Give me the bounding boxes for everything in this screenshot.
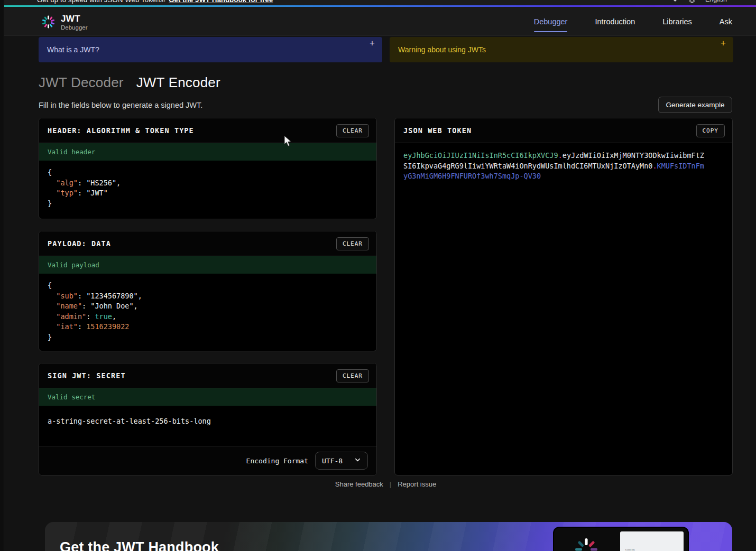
nav-item-ask[interactable]: Ask: [720, 17, 732, 26]
nav-item-introduction[interactable]: Introduction: [595, 17, 635, 26]
header-status-bar: Valid header: [39, 143, 376, 161]
handbook-title: Get the JWT Handbook: [60, 539, 219, 551]
secret-status-bar: Valid secret: [39, 388, 376, 406]
tab-jwt-encoder[interactable]: JWT Encoder: [136, 74, 220, 91]
promo-banner[interactable]: Get up to speed with JSON Web Tokens!Get…: [0, 0, 756, 5]
what-is-jwt-label: What is a JWT?: [47, 45, 99, 54]
payload-clear-button[interactable]: CLEAR: [336, 237, 369, 250]
promo-message: Get up to speed with JSON Web Tokens!: [37, 0, 165, 4]
nav-menu: Debugger Introduction Libraries Ask: [534, 7, 732, 36]
secret-card-title: SIGN JWT: SECRET: [48, 371, 126, 380]
mode-tabs: JWT Decoder JWT Encoder: [39, 74, 220, 91]
handbook-tablet-image: Contents: [554, 528, 688, 551]
accent-gradient-line: [0, 5, 756, 7]
report-issue-link[interactable]: Report issue: [398, 480, 436, 488]
nav-item-libraries[interactable]: Libraries: [662, 17, 692, 26]
payload-card-title: PAYLOAD: DATA: [48, 239, 111, 248]
language-selector[interactable]: English: [705, 0, 727, 3]
jwt-pinwheel-icon: [41, 15, 56, 31]
encoding-format-value: UTF-8: [322, 457, 343, 465]
token-card-title: JSON WEB TOKEN: [403, 126, 472, 135]
expand-plus-icon[interactable]: +: [370, 39, 375, 48]
encoded-jwt-text[interactable]: eyJhbGciOiJIUzI1NiIsInR5cCI6IkpXVCJ9.eyJ…: [395, 143, 716, 189]
theme-icon[interactable]: [671, 0, 679, 3]
top-navbar: JWT Debugger Debugger Introduction Libra…: [0, 7, 756, 36]
jwt-warning-label: Warning about using JWTs: [398, 45, 486, 54]
secret-input[interactable]: a-string-secret-at-least-256-bits-long: [39, 406, 376, 446]
handbook-banner[interactable]: Get the JWT Handbook C: [45, 522, 732, 551]
share-feedback-link[interactable]: Share feedback: [335, 480, 383, 488]
feedback-row: Share feedback | Report issue: [39, 480, 733, 488]
secret-card: SIGN JWT: SECRET CLEAR Valid secret a-st…: [39, 363, 377, 475]
handbook-page-preview: Contents: [620, 531, 684, 551]
globe-icon: [688, 0, 696, 3]
secret-clear-button[interactable]: CLEAR: [336, 369, 369, 382]
header-status-text: Valid header: [48, 148, 95, 156]
logo-subtitle: Debugger: [61, 24, 88, 31]
encoder-inputs-column: HEADER: ALGORITHM & TOKEN TYPE CLEAR Val…: [39, 118, 377, 475]
header-json-editor[interactable]: { "alg": "HS256", "typ": "JWT"}: [39, 161, 376, 219]
page-subtitle: Fill in the fields below to generate a s…: [39, 101, 202, 109]
encoding-format-select[interactable]: UTF-8: [315, 452, 368, 470]
header-card: HEADER: ALGORITHM & TOKEN TYPE CLEAR Val…: [39, 118, 377, 219]
jwt-warning-banner[interactable]: Warning about using JWTs +: [390, 37, 733, 62]
secret-status-text: Valid secret: [48, 393, 95, 401]
what-is-jwt-banner[interactable]: What is a JWT? +: [39, 37, 382, 62]
generate-example-button[interactable]: Generate example: [658, 97, 732, 113]
token-copy-button[interactable]: COPY: [696, 124, 725, 137]
handbook-contents-label: Contents: [625, 548, 635, 551]
chevron-down-icon: [354, 456, 361, 465]
jwt-debugger-page: Get up to speed with JSON Web Tokens!Get…: [0, 0, 756, 551]
nav-item-debugger[interactable]: Debugger: [534, 17, 568, 26]
expand-plus-icon[interactable]: +: [721, 39, 726, 48]
payload-card: PAYLOAD: DATA CLEAR Valid payload { "sub…: [39, 231, 377, 351]
header-clear-button[interactable]: CLEAR: [336, 124, 369, 137]
payload-json-editor[interactable]: { "sub": "1234567890", "name": "John Doe…: [39, 274, 376, 351]
promo-handbook-link[interactable]: Get the JWT Handbook for free: [169, 0, 273, 4]
promo-text: Get up to speed with JSON Web Tokens!Get…: [37, 0, 273, 4]
tab-jwt-decoder[interactable]: JWT Decoder: [39, 74, 124, 91]
jwt-logo[interactable]: JWT Debugger: [41, 14, 88, 31]
token-output-column: JSON WEB TOKEN COPY eyJhbGciOiJIUzI1NiIs…: [394, 118, 733, 475]
logo-title: JWT: [61, 14, 88, 23]
header-card-title: HEADER: ALGORITHM & TOKEN TYPE: [48, 126, 194, 135]
encoding-format-label: Encoding Format: [246, 457, 308, 465]
payload-status-bar: Valid payload: [39, 256, 376, 274]
jwt-pinwheel-icon: [574, 537, 598, 551]
payload-status-text: Valid payload: [48, 261, 99, 269]
encoding-format-row: Encoding Format UTF-8: [39, 446, 376, 475]
feedback-divider: |: [390, 480, 391, 488]
json-web-token-card: JSON WEB TOKEN COPY eyJhbGciOiJIUzI1NiIs…: [394, 118, 733, 475]
window-edge-strip: [0, 0, 4, 551]
